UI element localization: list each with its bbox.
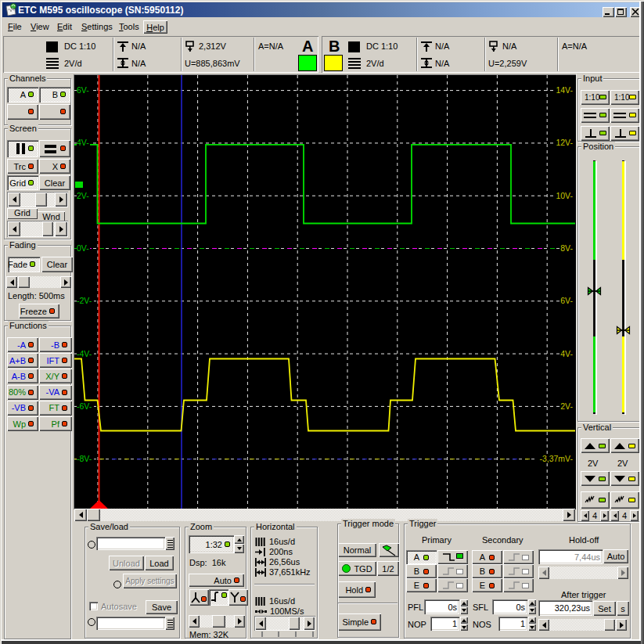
svg-text:2V-: 2V- — [77, 191, 89, 200]
svg-text:10V-: 10V- — [556, 191, 573, 200]
svg-text:14V-: 14V- — [556, 85, 573, 95]
svg-text:6V-: 6V- — [560, 296, 573, 305]
svg-text:-6V-: -6V- — [77, 401, 92, 411]
svg-text:-3,37mV-: -3,37mV- — [539, 454, 573, 463]
svg-text:-4V-: -4V- — [77, 349, 92, 358]
svg-text:12V-: 12V- — [556, 138, 573, 147]
svg-text:-2V-: -2V- — [77, 296, 92, 305]
svg-text:-8V-: -8V- — [77, 454, 92, 463]
svg-text:2V-: 2V- — [560, 401, 573, 411]
svg-text:8V-: 8V- — [560, 243, 573, 253]
svg-text:4V-: 4V- — [77, 138, 89, 147]
svg-text:6V-: 6V- — [77, 85, 89, 95]
svg-text:0V-: 0V- — [77, 243, 89, 253]
svg-text:4V-: 4V- — [560, 349, 573, 358]
